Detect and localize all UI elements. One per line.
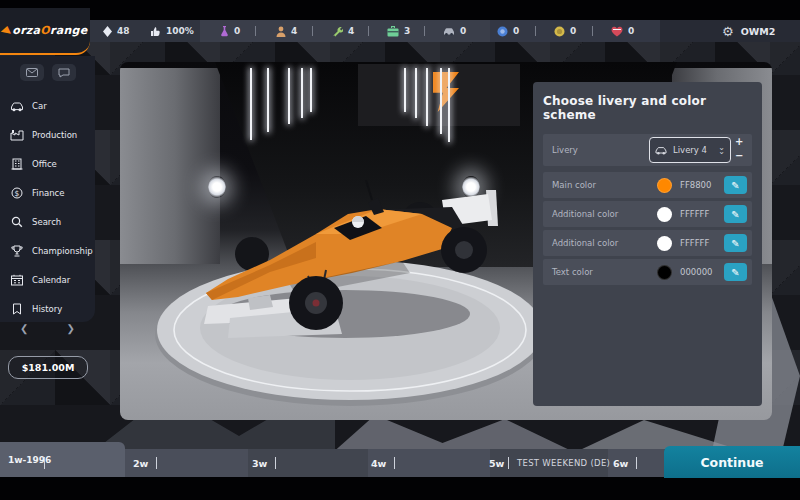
- counter-morale[interactable]: 100%: [150, 20, 194, 42]
- counter-gems[interactable]: 48: [103, 20, 130, 42]
- bottom-letterbox: [0, 477, 800, 500]
- timeline-tick: [275, 457, 276, 469]
- sidebar-item-history[interactable]: History: [0, 294, 95, 323]
- edit-color-button[interactable]: ✎: [724, 263, 747, 281]
- color-swatch: [657, 178, 672, 193]
- timeline-tick: [44, 457, 45, 469]
- profile-button[interactable]: ⚙ OWM2: [722, 20, 775, 42]
- week-label-5w: 5w: [489, 449, 504, 477]
- wrench-icon: [332, 26, 343, 37]
- edit-color-button[interactable]: ✎: [724, 176, 747, 194]
- timeline-tick: [508, 457, 509, 469]
- livery-plus-button[interactable]: +: [735, 135, 743, 149]
- livery-panel: Choose livery and color scheme Livery Li…: [533, 82, 762, 406]
- color-label: Text color: [543, 267, 657, 277]
- counter-mechanics[interactable]: 4: [332, 20, 354, 42]
- sidebar-label: Car: [32, 101, 47, 111]
- top-resource-bar: 48 100% 0 4 4 3 0 0: [0, 20, 800, 42]
- color-label: Additional color: [543, 209, 657, 219]
- week-label-6w: 6w: [613, 449, 628, 477]
- prev-arrow-button[interactable]: ❮: [20, 323, 28, 334]
- counter-engines[interactable]: 0: [497, 20, 519, 42]
- edit-color-button[interactable]: ✎: [724, 205, 747, 223]
- counter-value: 0: [513, 26, 519, 36]
- continue-button[interactable]: Continue: [664, 446, 800, 478]
- counter-drivers[interactable]: 4: [276, 20, 297, 42]
- coin-icon: [554, 26, 565, 37]
- trophy-icon: [10, 245, 24, 257]
- week-label-2w: 2w: [133, 449, 148, 477]
- search-icon: [10, 216, 24, 228]
- sidebar-item-calendar[interactable]: Calendar: [0, 265, 95, 294]
- counter-value: 0: [628, 26, 634, 36]
- divider: [535, 26, 536, 36]
- timeline-tick: [636, 457, 637, 469]
- event-test-weekend: TEST WEEKEND (DE): [517, 449, 610, 477]
- sidebar-label: Office: [32, 159, 57, 169]
- thumbs-up-icon: [150, 26, 161, 37]
- team-logo: ▶orzaOrange: [0, 8, 90, 55]
- counter-value: 3: [404, 26, 410, 36]
- gem-icon: [103, 26, 112, 37]
- next-arrow-button[interactable]: ❯: [67, 323, 75, 334]
- counter-research[interactable]: 0: [220, 20, 240, 42]
- counter-value: 0: [570, 26, 576, 36]
- livery-car-icon: [655, 146, 668, 155]
- divider: [255, 26, 256, 36]
- color-row-text: Text color 000000 ✎: [543, 259, 752, 285]
- car-3d-viewport[interactable]: Choose livery and color scheme Livery Li…: [120, 62, 772, 420]
- svg-text:$: $: [15, 188, 20, 197]
- flask-icon: [220, 26, 229, 37]
- divider: [592, 26, 593, 36]
- timeline-tick: [156, 457, 157, 469]
- color-row-additional-1: Additional color FFFFFF ✎: [543, 201, 752, 227]
- color-swatch: [657, 236, 672, 251]
- chat-icon: [58, 68, 70, 78]
- sidebar-item-production[interactable]: Production: [0, 120, 95, 149]
- livery-minus-button[interactable]: −: [735, 149, 743, 163]
- counter-value: 0: [234, 26, 240, 36]
- sidebar-item-search[interactable]: Search: [0, 207, 95, 236]
- logo-text: ▶orzaOrange: [3, 24, 88, 37]
- color-hex: FFFFFF: [680, 209, 724, 219]
- sidebar-label: Production: [32, 130, 77, 140]
- counter-staff[interactable]: 3: [387, 20, 410, 42]
- edit-color-button[interactable]: ✎: [724, 234, 747, 252]
- livery-dropdown[interactable]: Livery 4 ⌄⌄: [649, 137, 731, 163]
- week-label-3w: 3w: [252, 449, 267, 477]
- car-icon: [10, 100, 24, 112]
- sidebar-label: Calendar: [32, 275, 70, 285]
- sidebar-label: Search: [32, 217, 61, 227]
- color-hex: FF8800: [680, 180, 724, 190]
- sidebar-item-office[interactable]: Office: [0, 149, 95, 178]
- color-row-additional-2: Additional color FFFFFF ✎: [543, 230, 752, 256]
- counter-chassis[interactable]: 0: [443, 20, 466, 42]
- sidebar-item-finance[interactable]: $ Finance: [0, 178, 95, 207]
- sidebar-nav: Car Production Office $ Finance Search C…: [0, 56, 95, 322]
- counter-tyres[interactable]: 0: [554, 20, 576, 42]
- counter-value: 48: [117, 26, 130, 36]
- sidebar-label: Finance: [32, 188, 65, 198]
- mail-button[interactable]: [20, 64, 44, 81]
- gear-icon: ⚙: [722, 25, 734, 38]
- chassis-icon: [443, 26, 455, 36]
- sidebar-item-championship[interactable]: Championship: [0, 236, 95, 265]
- current-week-chip: 1w-1996: [0, 442, 125, 477]
- counter-sponsors[interactable]: 0: [611, 20, 634, 42]
- sponsor-icon: [611, 26, 623, 37]
- color-hex: 000000: [680, 267, 724, 277]
- budget-display[interactable]: $181.00M: [8, 356, 88, 379]
- driver-icon: [276, 26, 286, 37]
- color-swatch: [657, 207, 672, 222]
- sidebar-item-car[interactable]: Car: [0, 91, 95, 120]
- timeline-tick: [394, 457, 395, 469]
- chevron-down-icon: ⌄⌄: [718, 146, 725, 155]
- sidebar-label: Championship: [32, 246, 93, 256]
- sidebar-label: History: [32, 304, 62, 314]
- color-row-main: Main color FF8800 ✎: [543, 172, 752, 198]
- factory-icon: [10, 129, 24, 141]
- chat-button[interactable]: [52, 64, 76, 81]
- finance-icon: $: [10, 187, 24, 199]
- counter-value: 4: [348, 26, 354, 36]
- livery-value: Livery 4: [673, 145, 707, 155]
